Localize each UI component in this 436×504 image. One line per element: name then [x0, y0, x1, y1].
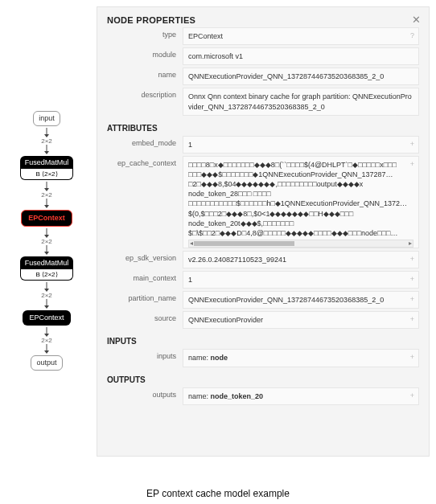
attr-embed-mode-value[interactable]: 1+ [183, 136, 419, 154]
inputs-value[interactable]: name: node+ [183, 349, 419, 367]
svg-marker-15 [44, 305, 49, 309]
svg-marker-19 [44, 350, 49, 354]
inputs-label: inputs [107, 349, 176, 360]
attr-partition-name-value[interactable]: QNNExecutionProvider_QNN_137287446735203… [183, 291, 419, 309]
prop-name-value[interactable]: QNNExecutionProvider_QNN_137287446735203… [183, 68, 419, 85]
node-properties-panel: NODE PROPERTIES ✕ type EPContext? module… [97, 6, 430, 457]
prop-module-label: module [107, 47, 176, 59]
attr-ep-sdk-version-label: ep_sdk_version [107, 251, 176, 262]
attr-partition-name-label: partition_name [107, 291, 176, 302]
graph-node-epcontext-2[interactable]: EPContext [23, 310, 70, 326]
svg-marker-7 [44, 205, 49, 208]
svg-marker-11 [44, 252, 49, 255]
graph-node-fusedmatmul-2[interactable]: FusedMatMul B ⟨2×2⟩ [20, 256, 74, 281]
graph-output-node[interactable]: output [31, 355, 62, 371]
graph-edge: 2×2 [41, 128, 52, 154]
graph-edge: 2×2 [41, 228, 52, 255]
attr-ep-cache-context-label: ep_cache_context [107, 156, 176, 167]
close-icon[interactable]: ✕ [412, 14, 421, 26]
inputs-heading: INPUTS [107, 337, 419, 346]
prop-type-value[interactable]: EPContext? [183, 27, 419, 45]
scrollbar-thumb[interactable] [194, 241, 294, 246]
graph-edge: 2×2 [41, 327, 52, 354]
outputs-label: outputs [107, 387, 176, 399]
figure-caption: EP context cache model example [0, 488, 436, 499]
svg-marker-3 [44, 151, 49, 154]
attr-source-value[interactable]: QNNExecutionProvider+ [183, 311, 419, 329]
panel-title: NODE PROPERTIES [107, 15, 419, 25]
outputs-heading: OUTPUTS [107, 375, 419, 384]
model-graph: input 2×2 FusedMatMul B ⟨2×2⟩ 2×2 EPCont… [6, 6, 87, 457]
attr-source-label: source [107, 311, 176, 322]
attributes-heading: ATTRIBUTES [107, 124, 419, 133]
graph-node-epcontext-1[interactable]: EPContext [21, 210, 72, 227]
scroll-right-icon[interactable]: ▸ [409, 240, 412, 248]
prop-type-label: type [107, 27, 176, 39]
scroll-left-icon[interactable]: ◂ [190, 240, 193, 248]
attr-ep-sdk-version-value[interactable]: v2.26.0.240827110523_99241+ [183, 251, 419, 268]
attr-main-context-value[interactable]: 1+ [183, 271, 419, 289]
attr-main-context-label: main_context [107, 271, 176, 282]
attr-embed-mode-label: embed_mode [107, 136, 176, 147]
horizontal-scrollbar[interactable]: ◂ ▸ [188, 240, 413, 248]
attr-ep-cache-context-value[interactable]: + □□□□8□x◆□□□□□□□◆◆◆8□(``□□□□$(4@DHLPT`□… [183, 156, 419, 248]
prop-name-label: name [107, 68, 176, 79]
graph-edge: 2×2 [41, 282, 52, 309]
prop-description-label: description [107, 88, 176, 99]
graph-input-node[interactable]: input [33, 111, 60, 126]
outputs-value[interactable]: name: node_token_20+ [183, 387, 419, 405]
graph-edge: 2×2 [41, 182, 52, 208]
prop-module-value[interactable]: com.microsoft v1 [183, 47, 419, 65]
prop-description-value[interactable]: Onnx Qnn context binary cache for graph … [183, 88, 419, 115]
graph-node-fusedmatmul-1[interactable]: FusedMatMul B ⟨2×2⟩ [20, 156, 74, 180]
